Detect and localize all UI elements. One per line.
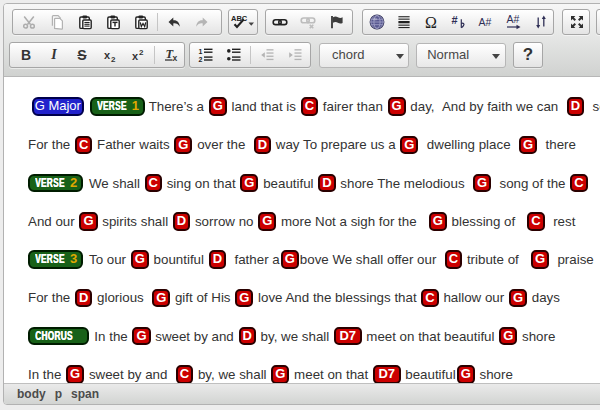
- svg-text:#: #: [451, 14, 457, 26]
- svg-text:Ω: Ω: [426, 14, 438, 31]
- svg-text:2: 2: [111, 55, 116, 64]
- svg-text:ABC: ABC: [231, 14, 248, 23]
- svg-text:2: 2: [199, 56, 203, 63]
- svg-text:A#: A#: [506, 14, 519, 25]
- svg-text:x: x: [173, 53, 178, 63]
- svg-text:x: x: [132, 50, 139, 62]
- svg-text:A#: A#: [479, 16, 492, 28]
- svg-text:1: 1: [199, 48, 203, 55]
- svg-text:x: x: [104, 49, 111, 61]
- svg-text:2: 2: [139, 48, 144, 57]
